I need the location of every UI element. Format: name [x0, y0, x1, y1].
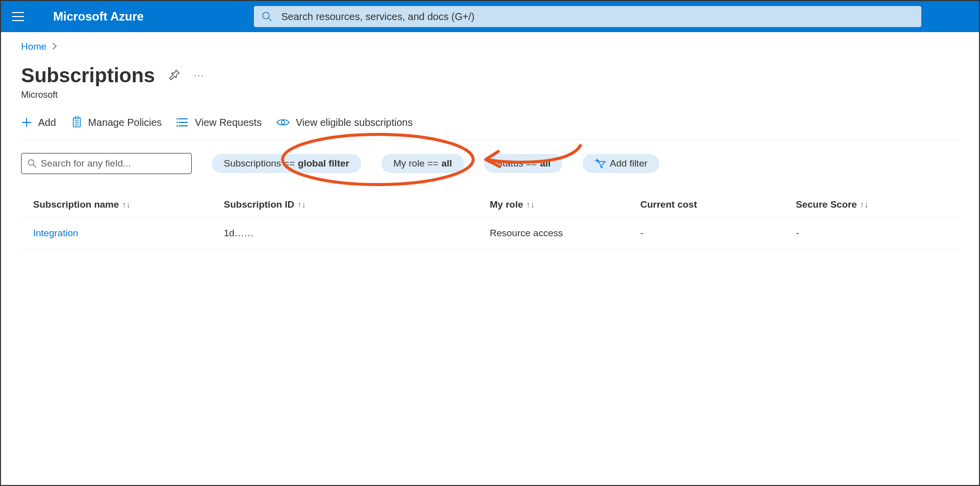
- col-name[interactable]: Subscription name↑↓: [33, 199, 224, 210]
- eye-icon: [276, 118, 290, 127]
- hamburger-icon: [12, 12, 24, 21]
- col-cost[interactable]: Current cost: [640, 199, 796, 210]
- global-search-input[interactable]: [281, 11, 913, 23]
- svg-point-4: [177, 118, 178, 120]
- col-id[interactable]: Subscription ID↑↓: [224, 199, 490, 210]
- view-requests-button[interactable]: View Requests: [177, 117, 261, 128]
- table-row: Integration 1d…… Resource access - -: [21, 218, 959, 249]
- pin-button[interactable]: [169, 69, 180, 82]
- cell-id: 1d……: [224, 228, 490, 239]
- search-icon: [262, 12, 272, 22]
- page-header: Subscriptions ···: [21, 64, 959, 87]
- svg-line-1: [268, 18, 271, 21]
- svg-point-6: [177, 125, 178, 127]
- col-role-label: My role: [490, 199, 523, 210]
- content-area: Home Subscriptions ··· Microsoft Add Man…: [1, 32, 979, 249]
- svg-line-9: [33, 165, 36, 168]
- pin-icon: [169, 69, 180, 80]
- manage-policies-label: Manage Policies: [88, 117, 162, 128]
- list-icon: [177, 117, 189, 127]
- cell-role: Resource access: [490, 228, 640, 239]
- field-search[interactable]: [21, 153, 192, 174]
- col-score-label: Secure Score: [796, 199, 857, 210]
- view-requests-label: View Requests: [195, 117, 261, 128]
- cell-score: -: [796, 228, 947, 239]
- filter-role[interactable]: My role == all: [381, 154, 464, 173]
- global-search[interactable]: [254, 6, 921, 27]
- filter-subscriptions-label: Subscriptions ==: [224, 158, 295, 169]
- svg-point-8: [29, 160, 34, 166]
- table-header: Subscription name↑↓ Subscription ID↑↓ My…: [21, 199, 959, 218]
- page-title: Subscriptions: [21, 64, 155, 87]
- svg-rect-3: [75, 117, 78, 119]
- view-eligible-label: View eligible subscriptions: [296, 117, 412, 128]
- page-subtitle: Microsoft: [21, 90, 959, 100]
- filter-role-label: My role ==: [393, 158, 439, 169]
- svg-point-0: [263, 13, 269, 19]
- filter-bar: Subscriptions == global filter My role =…: [21, 153, 959, 174]
- sort-icon: ↑↓: [860, 200, 868, 210]
- command-bar: Add Manage Policies View Requests View e…: [21, 116, 959, 140]
- filter-status-value: all: [540, 158, 550, 169]
- filter-subscriptions-value: global filter: [298, 158, 349, 169]
- manage-policies-button[interactable]: Manage Policies: [71, 116, 162, 128]
- cell-cost: -: [640, 228, 796, 239]
- plus-icon: [21, 117, 32, 128]
- filter-status[interactable]: Status == all: [484, 154, 563, 173]
- col-id-label: Subscription ID: [224, 199, 294, 210]
- sort-icon: ↑↓: [297, 200, 306, 210]
- svg-point-5: [177, 122, 178, 123]
- subscriptions-table: Subscription name↑↓ Subscription ID↑↓ My…: [21, 199, 959, 249]
- search-icon: [28, 159, 37, 168]
- filter-subscriptions[interactable]: Subscriptions == global filter: [212, 154, 361, 173]
- col-cost-label: Current cost: [640, 199, 697, 210]
- add-filter-button[interactable]: Add filter: [583, 154, 659, 173]
- svg-point-7: [282, 121, 285, 124]
- col-score[interactable]: Secure Score↑↓: [796, 199, 947, 210]
- brand-label: Microsoft Azure: [53, 10, 144, 24]
- more-button[interactable]: ···: [194, 70, 205, 81]
- col-role[interactable]: My role↑↓: [490, 199, 640, 210]
- sort-icon: ↑↓: [122, 200, 130, 210]
- add-filter-icon: [595, 158, 606, 169]
- field-search-input[interactable]: [41, 158, 185, 169]
- breadcrumb-home[interactable]: Home: [21, 41, 47, 52]
- top-bar: Microsoft Azure: [1, 1, 979, 32]
- add-filter-label: Add filter: [610, 158, 647, 169]
- col-name-label: Subscription name: [33, 199, 119, 210]
- view-eligible-button[interactable]: View eligible subscriptions: [276, 117, 412, 128]
- cell-name[interactable]: Integration: [33, 228, 224, 239]
- chevron-right-icon: [52, 41, 58, 52]
- filter-status-label: Status ==: [496, 158, 537, 169]
- add-button[interactable]: Add: [21, 117, 56, 128]
- add-label: Add: [38, 117, 56, 128]
- sort-icon: ↑↓: [526, 200, 535, 210]
- policies-icon: [71, 116, 82, 128]
- filter-role-value: all: [442, 158, 452, 169]
- breadcrumb: Home: [21, 41, 959, 52]
- menu-button[interactable]: [9, 8, 27, 26]
